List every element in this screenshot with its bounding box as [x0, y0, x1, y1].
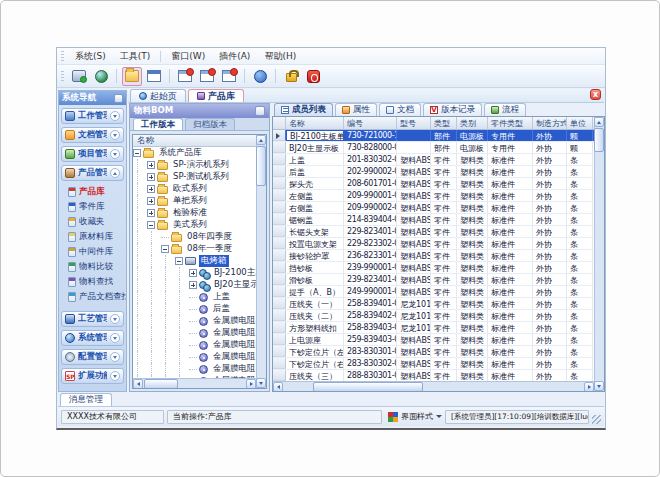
resize-grip[interactable] — [592, 415, 601, 424]
tab-flow[interactable]: 流程 — [484, 103, 526, 116]
tree-node[interactable]: 金属膜电阻器 — [133, 351, 256, 363]
chevron-down-icon[interactable] — [110, 130, 120, 140]
chevron-down-icon[interactable] — [110, 314, 120, 324]
table-row[interactable]: 压线夹（三）288-830301-00X塑料ABS零件塑料类标准件外协条 — [273, 370, 594, 381]
table-row[interactable]: 上盖201-830302-00X塑料ABS零件塑料类标准件外协条 — [273, 154, 594, 166]
grid-vertical-scrollbar[interactable] — [594, 117, 604, 391]
tree-hscroll-thumb[interactable] — [144, 379, 178, 388]
grid-vscroll-thumb[interactable] — [594, 128, 604, 152]
table-row[interactable]: 方形塑料线扣258-839403-00X尼龙1010零件塑料类标准件外协条 — [273, 322, 594, 334]
sidebar-group-config[interactable]: 配置管理 — [61, 349, 124, 365]
scroll-down-icon[interactable] — [256, 378, 266, 388]
table-row[interactable]: 滑钞板239-823401-00X塑料ABS零件塑料类标准件外协条 — [273, 274, 594, 286]
table-row[interactable]: 后盖202-990002-01X塑料ABS零件塑料类标准件外协条 — [273, 166, 594, 178]
sidebar-group-docs[interactable]: 文档管理 — [61, 127, 124, 143]
tree-horizontal-scrollbar[interactable] — [133, 378, 256, 388]
table-row[interactable]: 下钞定位片（左）283-830301-00X塑料ABS零件塑料类标准件外协条 — [273, 346, 594, 358]
sidebar-collapse-icon[interactable] — [114, 94, 123, 103]
collapse-icon[interactable] — [147, 221, 155, 229]
scroll-left-icon[interactable] — [133, 379, 143, 388]
collapse-icon[interactable] — [161, 245, 169, 253]
scroll-down-icon[interactable] — [594, 381, 604, 391]
tab-archived-version[interactable]: 归档版本 — [185, 118, 235, 130]
expand-icon[interactable] — [189, 269, 197, 277]
menu-item[interactable]: 窗口(W) — [164, 48, 212, 65]
sidebar-item-product-doc-search[interactable]: 产品文档查找 — [59, 289, 126, 304]
sidebar-group-work[interactable]: 工作管理 — [61, 108, 124, 124]
sidebar-group-system[interactable]: 系统管理 — [61, 330, 124, 346]
collapse-icon[interactable] — [133, 149, 141, 157]
folder-open-icon[interactable] — [122, 67, 142, 86]
sidebar-group-product[interactable]: 产品管理 — [61, 165, 124, 181]
tab-start-page[interactable]: 起始页 — [130, 89, 186, 102]
tree-node[interactable]: 检验标准 — [133, 207, 256, 219]
expand-icon[interactable] — [147, 161, 155, 169]
chevron-down-icon[interactable] — [110, 333, 120, 343]
exit-icon[interactable] — [303, 67, 323, 86]
lock-icon[interactable] — [281, 67, 301, 86]
expand-icon[interactable] — [147, 209, 155, 217]
workstation-icon[interactable] — [69, 67, 89, 86]
column-header-4[interactable]: 类别 — [457, 117, 488, 129]
column-header-6[interactable]: 制造方式 — [533, 117, 567, 129]
tree-node[interactable]: 金属膜电阻器 — [133, 327, 256, 339]
table-row[interactable]: 右侧盖209-990002-01X塑料ABS零件塑料类标准件外协条 — [273, 202, 594, 214]
table-row[interactable]: 探头壳208-601701-01X塑料ABS零件塑料类标准件外协条 — [273, 178, 594, 190]
tree-node[interactable]: 上盖 — [133, 291, 256, 303]
menu-item[interactable]: 帮助(H) — [257, 48, 303, 65]
column-header-5[interactable]: 零件类型 — [488, 117, 533, 129]
expand-icon[interactable] — [147, 173, 155, 181]
sidebar-item-material-search[interactable]: 物料查找 — [59, 274, 126, 289]
tab-product-library[interactable]: 产品库 — [188, 89, 244, 102]
chevron-down-icon[interactable] — [110, 352, 120, 362]
tree-node[interactable]: SP-测试机系列 — [133, 171, 256, 183]
sidebar-item-intermediate-parts[interactable]: 中间件库 — [59, 244, 126, 259]
tree-node[interactable]: SP-演示机系列 — [133, 159, 256, 171]
tree-node[interactable]: 欧式系列 — [133, 183, 256, 195]
table-row[interactable]: BJ20主显示板730-828000-04X部件电源板专用件外协颗 — [273, 142, 594, 154]
menu-item[interactable]: 系统(S) — [68, 48, 113, 65]
expand-icon[interactable] — [189, 281, 197, 289]
chevron-down-icon[interactable] — [110, 111, 120, 121]
ui-style-selector[interactable]: 界面样式 — [388, 411, 442, 422]
sidebar-group-craft[interactable]: 工艺管理 — [61, 311, 124, 327]
tree-node[interactable]: 电烤箱 — [133, 255, 256, 267]
scroll-left-icon[interactable] — [273, 382, 283, 391]
column-header-1[interactable]: 编号 — [344, 117, 397, 129]
scroll-right-icon[interactable] — [584, 382, 594, 391]
close-tab-icon[interactable]: x — [590, 89, 601, 100]
tree-node[interactable]: 08年四季度 — [133, 231, 256, 243]
tree-vertical-scrollbar[interactable] — [256, 135, 266, 388]
help-icon[interactable] — [250, 67, 270, 86]
tree-node[interactable]: 金属膜电阻器 — [133, 339, 256, 351]
tree-node[interactable]: 金属膜电阻器 — [133, 315, 256, 327]
tree-column-header[interactable]: 名称 — [133, 135, 256, 147]
tab-version-record[interactable]: V 版本记录 — [423, 103, 482, 116]
tree-node[interactable]: BJ20主显示板 — [133, 279, 256, 291]
scroll-right-icon[interactable] — [246, 379, 256, 388]
window-delete-icon[interactable] — [219, 67, 239, 86]
table-row[interactable]: 长锯头支架229-823401-00X塑料ABS零件塑料类标准件外协条 — [273, 226, 594, 238]
table-row[interactable]: 投置电源支架229-823302-00X塑料ABS零件塑料类标准件外协条 — [273, 238, 594, 250]
tree-node[interactable]: 美式系列 — [133, 219, 256, 231]
sidebar-group-sp[interactable]: SP扩展功能 — [61, 368, 124, 384]
tree-vscroll-thumb[interactable] — [256, 146, 266, 186]
table-row[interactable]: BJ-2100主板单点730-721000-12X部件电源板专用件外协颗 — [273, 130, 594, 142]
table-row[interactable]: 压线夹（一）258-839401-00X尼龙1010零件塑料类标准件外协条 — [273, 298, 594, 310]
bom-panel-menu-icon[interactable] — [255, 106, 265, 116]
table-row[interactable]: 接钞轮护罩236-823301-00X塑料ABS零件塑料类标准件外协条 — [273, 250, 594, 262]
table-row[interactable]: 锯钢盖214-839404-01X塑料ABS零件塑料类标准件外协条 — [273, 214, 594, 226]
grid-horizontal-scrollbar[interactable] — [273, 381, 594, 391]
column-header-3[interactable]: 类型 — [431, 117, 457, 129]
sidebar-item-product-library[interactable]: 产品库 — [59, 184, 126, 199]
tab-working-version[interactable]: 工作版本 — [133, 118, 183, 130]
window-new-icon[interactable] — [175, 67, 195, 86]
tree-node[interactable]: 单把系列 — [133, 195, 256, 207]
tree-node[interactable]: BJ-2100主板单点 — [133, 267, 256, 279]
collapse-icon[interactable] — [175, 257, 183, 265]
table-row[interactable]: 提手（A、B）249-990001-01X塑料ABS零件塑料类标准件外协条 — [273, 286, 594, 298]
chevron-down-icon[interactable] — [110, 149, 120, 159]
globe-icon[interactable] — [91, 67, 111, 86]
expand-icon[interactable] — [147, 197, 155, 205]
tree-node[interactable]: 08年一季度 — [133, 243, 256, 255]
